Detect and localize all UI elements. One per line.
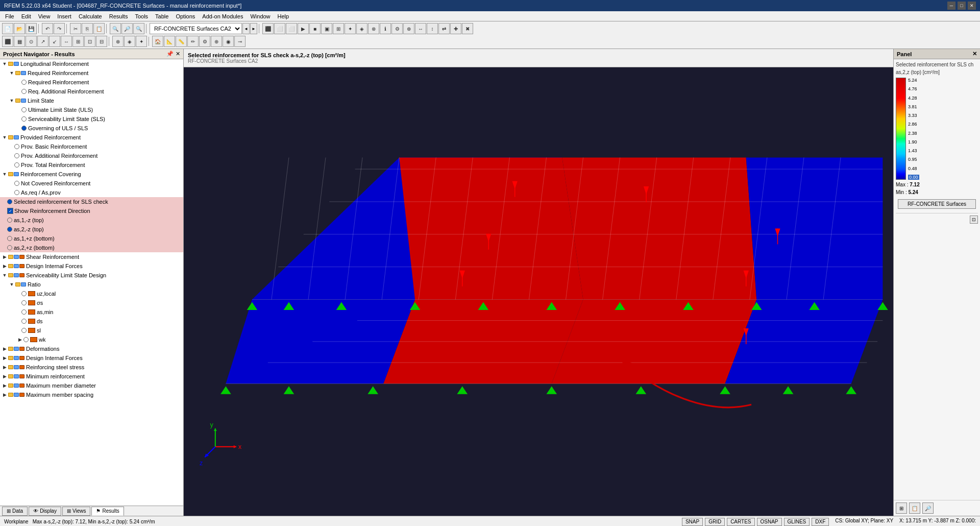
tb-b1[interactable]: ⬛ xyxy=(262,23,274,34)
tb2-b16[interactable]: ✏ xyxy=(187,36,199,47)
tab-data[interactable]: ⊞ Data xyxy=(2,507,28,516)
grid-btn[interactable]: GRID xyxy=(705,518,725,526)
menu-results[interactable]: Results xyxy=(106,13,131,20)
tab-results[interactable]: ⚑ Results xyxy=(91,507,124,516)
tb2-b9[interactable]: ⊟ xyxy=(96,36,107,47)
menu-calculate[interactable]: Calculate xyxy=(76,13,105,20)
osnap-btn[interactable]: OSNAP xyxy=(757,518,782,526)
tree-item-min-reinf[interactable]: ▶ Minimum reinforcement xyxy=(0,372,183,381)
tb2-b8[interactable]: ⊡ xyxy=(84,36,95,47)
tb-open[interactable]: 📂 xyxy=(14,23,25,34)
expand-prov[interactable]: ▼ xyxy=(1,134,8,141)
tb-paste[interactable]: 📋 xyxy=(93,23,105,34)
expand-req[interactable]: ▼ xyxy=(8,69,15,77)
radio-prov-basic[interactable] xyxy=(14,144,19,149)
viewport[interactable]: x y z xyxy=(184,67,893,516)
expand-req-reinf[interactable] xyxy=(16,79,21,86)
tree-item-as2-top[interactable]: as,2,-z (top) xyxy=(0,225,183,234)
radio-not-covered[interactable] xyxy=(14,181,19,186)
tb2-b20[interactable]: ⊸ xyxy=(234,36,246,47)
expand-not-covered[interactable] xyxy=(9,180,14,187)
expand-selected-sls[interactable] xyxy=(2,198,7,205)
expand-as-min[interactable] xyxy=(16,308,21,316)
tb-b10[interactable]: ⊗ xyxy=(368,23,379,34)
tree-item-wk[interactable]: ▶ wk xyxy=(0,335,183,344)
radio-sigma[interactable] xyxy=(21,300,27,305)
expand-as1-top[interactable] xyxy=(2,217,7,224)
tree-item-steel-stress[interactable]: ▶ Reinforcing steel stress xyxy=(0,363,183,372)
expand-as-req-prov[interactable] xyxy=(9,189,14,196)
tb-redo[interactable]: ↷ xyxy=(54,23,65,34)
maximize-button[interactable]: □ xyxy=(958,2,966,10)
tree-item-sls[interactable]: Serviceability Limit State (SLS) xyxy=(0,114,183,124)
radio-ds[interactable] xyxy=(21,319,27,324)
tb-b9[interactable]: ◈ xyxy=(356,23,368,34)
menu-tools[interactable]: Tools xyxy=(132,13,151,20)
expand-show-dir[interactable] xyxy=(2,207,7,214)
tree-item-as2-bot[interactable]: as,2,+z (bottom) xyxy=(0,243,183,252)
tb-next[interactable]: ► xyxy=(250,23,257,34)
tree-item-as1-bot[interactable]: as,1,+z (bottom) xyxy=(0,234,183,243)
panel-icon-2[interactable]: 📋 xyxy=(909,503,920,514)
close-button[interactable]: ✕ xyxy=(968,2,976,10)
toolbar-dropdown[interactable]: RF-CONCRETE Surfaces CA2 xyxy=(150,23,242,34)
radio-req-add[interactable] xyxy=(21,89,27,94)
expand-ratio[interactable]: ▼ xyxy=(8,281,15,288)
tb-b3[interactable]: ⬜ xyxy=(286,23,297,34)
expand-sls[interactable] xyxy=(16,115,21,123)
expand-longitudinal[interactable]: ▼ xyxy=(1,60,8,67)
panel-icon-3[interactable]: 🔎 xyxy=(922,503,934,514)
tb2-b10[interactable]: ⊗ xyxy=(112,36,124,47)
tb2-b7[interactable]: ⊞ xyxy=(72,36,84,47)
tree-item-ratio[interactable]: ▼ Ratio xyxy=(0,280,183,289)
tree-item-ds[interactable]: ds xyxy=(0,317,183,326)
tb-b18[interactable]: ✖ xyxy=(462,23,473,34)
cartes-btn[interactable]: CARTES xyxy=(727,518,754,526)
radio-prov-total[interactable] xyxy=(14,162,19,168)
radio-req-reinf[interactable] xyxy=(21,80,27,85)
radio-sls[interactable] xyxy=(21,116,27,122)
radio-sl[interactable] xyxy=(21,328,27,333)
tb-new[interactable]: 📄 xyxy=(2,23,13,34)
expand-sl[interactable] xyxy=(16,327,21,334)
tb-cut[interactable]: ✂ xyxy=(70,23,81,34)
tree-item-sigma-s[interactable]: σs xyxy=(0,298,183,307)
tree-item-design-forces2[interactable]: ▶ Design Internal Forces xyxy=(0,353,183,363)
tree-item-req-add[interactable]: Req. Additional Reinforcement xyxy=(0,87,183,96)
expand-limit[interactable]: ▼ xyxy=(8,97,15,104)
minimize-button[interactable]: ─ xyxy=(947,2,955,10)
menu-view[interactable]: View xyxy=(35,13,54,20)
expand-sls-design[interactable]: ▼ xyxy=(1,272,8,279)
tb-b7[interactable]: ⊞ xyxy=(333,23,344,34)
menu-help[interactable]: Help xyxy=(275,13,292,20)
tb-b8[interactable]: ✦ xyxy=(345,23,356,34)
panel-close-btn[interactable]: ✕ xyxy=(972,51,977,57)
tab-views[interactable]: ⊞ Views xyxy=(62,507,91,516)
expand-covering[interactable]: ▼ xyxy=(1,171,8,178)
tb-b13[interactable]: ⊕ xyxy=(403,23,414,34)
tree-item-prov-add[interactable]: Prov. Additional Reinforcement xyxy=(0,151,183,160)
dxf-btn[interactable]: DXF xyxy=(812,518,829,526)
expand-max-diam[interactable]: ▶ xyxy=(1,382,8,389)
tb-undo[interactable]: ↶ xyxy=(42,23,53,34)
nav-close-btn[interactable]: ✕ xyxy=(176,51,180,57)
expand-shear[interactable]: ▶ xyxy=(1,253,8,260)
tb2-b15[interactable]: 📏 xyxy=(176,36,187,47)
panel-icon-1[interactable]: ⊞ xyxy=(896,503,907,514)
tb-b11[interactable]: ℹ xyxy=(380,23,391,34)
tb2-b17[interactable]: ⚙ xyxy=(199,36,210,47)
glines-btn[interactable]: GLINES xyxy=(784,518,810,526)
expand-gov[interactable] xyxy=(16,125,21,132)
expand-req-add[interactable] xyxy=(16,88,21,95)
radio-as2-top[interactable] xyxy=(7,227,12,232)
tb-copy[interactable]: ⎘ xyxy=(82,23,93,34)
menu-window[interactable]: Window xyxy=(247,13,273,20)
tb-b14[interactable]: ↔ xyxy=(415,23,426,34)
tb2-b19[interactable]: ◉ xyxy=(223,36,234,47)
menu-edit[interactable]: Edit xyxy=(18,13,34,20)
expand-uls[interactable] xyxy=(16,106,21,113)
expand-prov-basic[interactable] xyxy=(9,143,14,150)
radio-prov-add[interactable] xyxy=(14,153,19,158)
expand-ds[interactable] xyxy=(16,318,21,325)
panel-rf-concrete-btn[interactable]: RF-CONCRETE Surfaces xyxy=(898,199,976,209)
